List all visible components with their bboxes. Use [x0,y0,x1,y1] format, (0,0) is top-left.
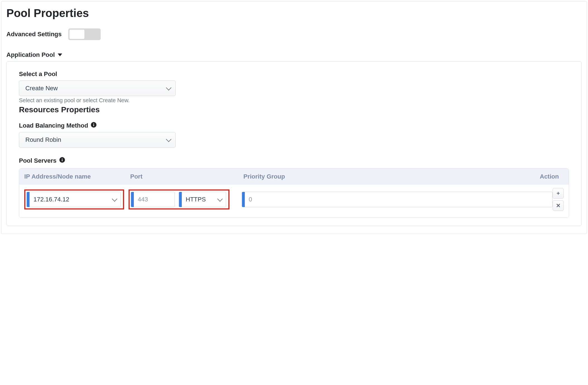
advanced-settings-label: Advanced Settings [6,31,62,38]
load-balancing-dropdown[interactable]: Round Robin [19,132,176,148]
application-pool-header[interactable]: Application Pool [6,51,582,59]
active-indicator [27,192,30,207]
select-pool-value: Create New [25,85,58,92]
table-row: 172.16.74.12 443 HTTPS [19,185,569,218]
svg-rect-2 [93,123,94,124]
resources-properties-title: Resources Properties [19,105,569,114]
ip-address-input[interactable]: 172.16.74.12 [26,192,121,207]
plus-icon: + [556,190,560,197]
advanced-settings-row: Advanced Settings [6,28,582,40]
col-ip-header: IP Address/Node name [24,173,130,180]
pool-servers-table: IP Address/Node name Port Priority Group… [19,168,569,218]
priority-group-input[interactable]: 0 [242,192,553,207]
add-row-button[interactable]: + [553,188,564,199]
protocol-value: HTTPS [182,196,218,203]
action-buttons: + ✕ [553,188,564,211]
active-indicator [131,192,134,207]
pool-servers-label: Pool Servers [19,157,569,164]
table-header: IP Address/Node name Port Priority Group… [19,169,569,185]
protocol-dropdown[interactable]: HTTPS [179,192,226,207]
port-input[interactable]: 443 [131,192,175,207]
svg-rect-1 [93,125,94,126]
advanced-settings-toggle[interactable] [68,28,101,40]
toggle-knob [69,29,85,39]
svg-rect-4 [62,160,62,161]
page-title: Pool Properties [6,7,582,20]
info-icon[interactable] [91,122,96,129]
remove-row-button[interactable]: ✕ [553,200,564,211]
pool-properties-panel: Pool Properties Advanced Settings Applic… [1,1,587,234]
priority-value: 0 [245,196,552,203]
chevron-down-icon [218,197,226,202]
highlight-ip: 172.16.74.12 [24,189,124,209]
application-pool-title: Application Pool [6,51,55,59]
x-icon: ✕ [556,202,561,209]
svg-rect-5 [62,159,62,159]
select-pool-label: Select a Pool [19,70,569,78]
col-prio-header: Priority Group [243,173,540,180]
select-pool-help: Select an existing pool or select Create… [19,97,569,104]
application-pool-panel: Select a Pool Create New Select an exist… [6,61,582,226]
active-indicator [179,192,182,207]
select-pool-dropdown[interactable]: Create New [19,81,176,96]
load-balancing-value: Round Robin [25,136,61,143]
col-port-header: Port [130,173,243,180]
info-icon[interactable] [59,157,65,164]
caret-down-icon [58,53,62,56]
load-balancing-label: Load Balancing Method [19,122,569,129]
ip-value: 172.16.74.12 [30,196,113,203]
chevron-down-icon [113,197,120,202]
port-value: 443 [134,196,175,203]
highlight-port: 443 HTTPS [129,189,229,209]
col-action-header: Action [540,173,564,180]
active-indicator [242,192,245,207]
